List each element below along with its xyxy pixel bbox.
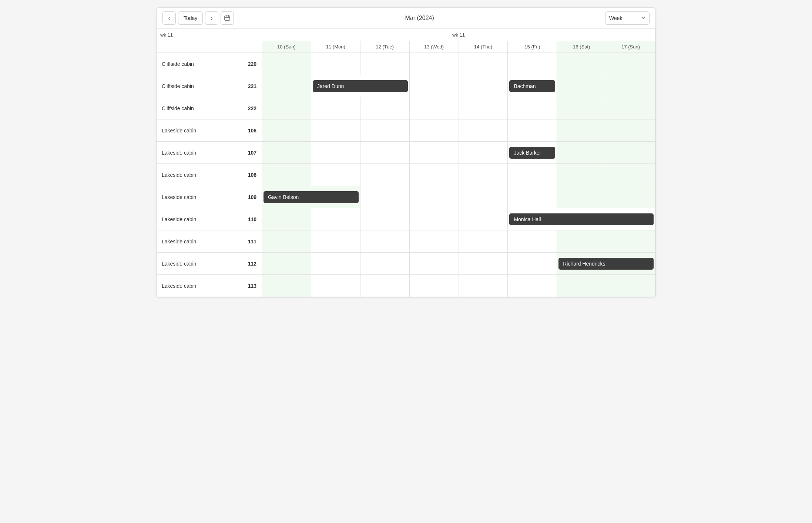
week-label-right: wk 11 [262,29,655,41]
calendar-container: ‹ Today › Mar (2024) Week [156,7,656,297]
day-header-7: 17 (Sun) [606,41,655,53]
room-column-header [157,41,262,53]
day-cell-r110-d3 [410,208,459,230]
room-cell-222: Cliffside cabin222 [157,97,262,119]
room-cell-107: Lakeside cabin107 [157,142,262,164]
booking-chip-gavin-belson[interactable]: Gavin Belson [264,191,359,203]
day-cell-r108-d0 [262,164,311,186]
day-cell-r107-d5: Jack Barker [508,142,557,164]
room-cell-221: Cliffside cabin221 [157,75,262,97]
calendar-icon-button[interactable] [221,11,234,25]
room-number: 222 [248,105,256,111]
day-cell-r111-d2 [360,230,410,253]
day-header-1: 11 (Mon) [311,41,360,53]
room-name: Lakeside cabin [162,172,196,178]
day-cell-r107-d7 [606,142,655,164]
day-cell-r113-d1 [311,275,360,297]
day-cell-r112-d2 [360,253,410,275]
day-cell-r111-d7 [606,230,655,253]
day-cell-r107-d6 [557,142,606,164]
prev-button[interactable]: ‹ [162,11,176,25]
week-label-left: wk 11 [157,29,262,41]
day-cell-r109-d6 [557,186,606,208]
day-cell-r106-d1 [311,119,360,142]
day-cell-r220-d5 [508,53,557,75]
day-cell-r106-d2 [360,119,410,142]
room-cell-108: Lakeside cabin108 [157,164,262,186]
room-name: Cliffside cabin [162,105,194,111]
day-cell-r109-d3 [410,186,459,208]
day-cell-r110-d1 [311,208,360,230]
day-cell-r113-d4 [459,275,508,297]
day-cell-r112-d3 [410,253,459,275]
room-cell-109: Lakeside cabin109 [157,186,262,208]
day-header-0: 10 (Sun) [262,41,311,53]
day-cell-r108-d4 [459,164,508,186]
booking-chip-richard-hendricks[interactable]: Richard Hendricks [558,258,654,270]
day-cell-r108-d3 [410,164,459,186]
view-select[interactable]: Week [605,11,650,25]
day-cell-r112-d4 [459,253,508,275]
room-cell-111: Lakeside cabin111 [157,230,262,253]
day-cell-r107-d3 [410,142,459,164]
room-number: 111 [248,239,256,244]
room-cell-220: Cliffside cabin220 [157,53,262,75]
room-number: 113 [248,283,256,289]
day-header-6: 16 (Sat) [557,41,606,53]
room-name: Lakeside cabin [162,283,196,289]
day-cell-r221-d1: Jared Dunn [311,75,410,97]
room-cell-106: Lakeside cabin106 [157,119,262,142]
next-button[interactable]: › [205,11,218,25]
room-number: 106 [248,128,256,134]
calendar-grid: wk 11 wk 11 10 (Sun)11 (Mon)12 (Tue)13 (… [157,29,655,297]
room-name: Lakeside cabin [162,261,196,267]
room-name: Lakeside cabin [162,216,196,222]
day-cell-r111-d3 [410,230,459,253]
day-cell-r220-d2 [360,53,410,75]
view-label: Week [609,15,623,21]
room-number: 220 [248,61,256,67]
room-name: Cliffside cabin [162,83,194,89]
day-cell-r220-d1 [311,53,360,75]
room-number: 109 [248,194,256,200]
room-cell-110: Lakeside cabin110 [157,208,262,230]
month-title: Mar (2024) [236,15,603,21]
day-cell-r111-d5 [508,230,557,253]
booking-chip-monica-hall[interactable]: Monica Hall [509,213,654,225]
day-cell-r220-d4 [459,53,508,75]
day-cell-r109-d5 [508,186,557,208]
svg-rect-0 [225,16,230,20]
day-cell-r111-d0 [262,230,311,253]
day-header-5: 15 (Fri) [508,41,557,53]
day-cell-r106-d7 [606,119,655,142]
day-cell-r110-d0 [262,208,311,230]
day-cell-r110-d5: Monica Hall [508,208,655,230]
day-cell-r107-d0 [262,142,311,164]
booking-chip-bachman[interactable]: Bachman [509,80,555,92]
day-cell-r113-d3 [410,275,459,297]
day-cell-r110-d2 [360,208,410,230]
chevron-down-icon [641,15,645,21]
day-cell-r222-d2 [360,97,410,119]
day-cell-r113-d0 [262,275,311,297]
day-cell-r111-d6 [557,230,606,253]
room-name: Lakeside cabin [162,128,196,134]
day-cell-r220-d3 [410,53,459,75]
day-cell-r107-d2 [360,142,410,164]
day-cell-r113-d6 [557,275,606,297]
toolbar: ‹ Today › Mar (2024) Week [157,8,655,29]
day-cell-r222-d5 [508,97,557,119]
day-cell-r221-d6 [557,75,606,97]
room-number: 112 [248,261,256,267]
day-cell-r107-d4 [459,142,508,164]
day-cell-r106-d0 [262,119,311,142]
day-cell-r220-d7 [606,53,655,75]
day-cell-r221-d0 [262,75,311,97]
today-button[interactable]: Today [178,11,203,25]
day-cell-r106-d3 [410,119,459,142]
day-cell-r221-d5: Bachman [508,75,557,97]
booking-chip-jared-dunn[interactable]: Jared Dunn [313,80,408,92]
day-cell-r221-d3 [410,75,459,97]
day-cell-r222-d6 [557,97,606,119]
booking-chip-jack-barker[interactable]: Jack Barker [509,147,555,159]
